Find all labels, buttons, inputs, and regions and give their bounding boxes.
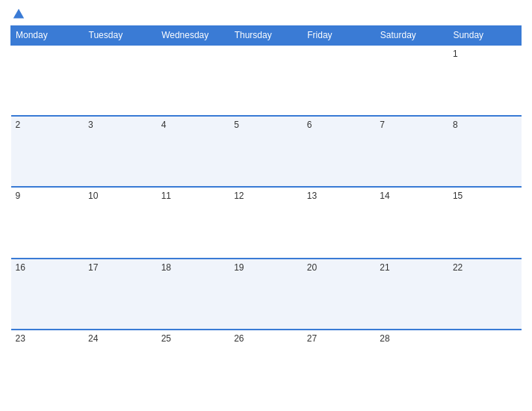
week-row: 2345678: [11, 116, 522, 187]
calendar-cell: 25: [157, 330, 230, 401]
week-row: 1: [11, 45, 522, 116]
day-number: 27: [307, 333, 317, 344]
day-number: 7: [380, 120, 385, 130]
day-number: 8: [453, 120, 458, 130]
day-number: 24: [88, 333, 98, 344]
calendar-cell: [375, 45, 448, 116]
logo-icon: [12, 7, 25, 21]
day-number: 3: [88, 120, 93, 130]
day-number: 5: [234, 120, 239, 130]
day-number: 6: [307, 120, 312, 130]
calendar-cell: 2: [11, 116, 84, 187]
day-header-monday: Monday: [11, 26, 84, 46]
calendar-cell: 21: [375, 259, 448, 330]
calendar-cell: 3: [84, 116, 157, 187]
day-header-wednesday: Wednesday: [157, 26, 230, 46]
calendar-cell: 10: [84, 187, 157, 258]
calendar-cell: 11: [157, 187, 230, 258]
day-number: 15: [453, 191, 463, 201]
calendar-cell: 7: [375, 116, 448, 187]
day-number: 20: [307, 262, 317, 273]
calendar-cell: [303, 45, 376, 116]
calendar-cell: 14: [375, 187, 448, 258]
calendar-cell: 28: [375, 330, 448, 401]
calendar-cell: [11, 45, 84, 116]
day-number: 1: [453, 49, 458, 59]
calendar-body: 1234567891011121314151617181920212223242…: [11, 45, 522, 401]
calendar-cell: [157, 45, 230, 116]
day-number: 16: [16, 262, 25, 273]
week-row: 232425262728: [11, 330, 522, 401]
day-number: 25: [161, 333, 171, 344]
calendar-cell: 12: [229, 187, 303, 258]
calendar-cell: 8: [448, 116, 522, 187]
day-header-sunday: Sunday: [448, 26, 522, 46]
day-number: 13: [307, 191, 317, 201]
week-row: 9101112131415: [11, 187, 522, 258]
day-number: 19: [234, 262, 244, 273]
calendar-table: MondayTuesdayWednesdayThursdayFridaySatu…: [10, 25, 522, 401]
day-number: 26: [234, 333, 244, 344]
logo: [10, 7, 25, 21]
calendar-header-row: MondayTuesdayWednesdayThursdayFridaySatu…: [11, 26, 522, 46]
day-number: 21: [380, 262, 389, 273]
day-number: 12: [234, 191, 244, 201]
day-number: 10: [88, 191, 98, 201]
day-number: 11: [161, 191, 171, 201]
day-header-friday: Friday: [303, 26, 376, 46]
day-number: 28: [380, 333, 389, 344]
calendar-cell: 15: [448, 187, 522, 258]
calendar-cell: 1: [448, 45, 522, 116]
day-header-saturday: Saturday: [375, 26, 448, 46]
calendar-cell: 6: [303, 116, 376, 187]
day-header-tuesday: Tuesday: [84, 26, 157, 46]
day-number: 17: [88, 262, 98, 273]
calendar-cell: 24: [84, 330, 157, 401]
calendar-cell: 26: [229, 330, 303, 401]
day-number: 2: [16, 120, 21, 130]
svg-marker-0: [13, 9, 24, 19]
day-number: 22: [453, 262, 463, 273]
calendar-cell: 4: [157, 116, 230, 187]
calendar-wrapper: MondayTuesdayWednesdayThursdayFridaySatu…: [0, 0, 532, 411]
calendar-cell: [84, 45, 157, 116]
day-number: 14: [380, 191, 389, 201]
calendar-cell: 5: [229, 116, 303, 187]
calendar-cell: 16: [11, 259, 84, 330]
calendar-cell: 17: [84, 259, 157, 330]
calendar-cell: 13: [303, 187, 376, 258]
day-number: 18: [161, 262, 171, 273]
day-number: 4: [161, 120, 167, 130]
day-number: 23: [16, 333, 25, 344]
day-header-thursday: Thursday: [229, 26, 303, 46]
calendar-cell: 27: [303, 330, 376, 401]
calendar-cell: 18: [157, 259, 230, 330]
week-row: 16171819202122: [11, 259, 522, 330]
day-number: 9: [16, 191, 21, 201]
calendar-cell: 23: [11, 330, 84, 401]
calendar-cell: [448, 330, 522, 401]
calendar-cell: 19: [229, 259, 303, 330]
calendar-cell: [229, 45, 303, 116]
calendar-cell: 22: [448, 259, 522, 330]
calendar-cell: 20: [303, 259, 376, 330]
calendar-cell: 9: [11, 187, 84, 258]
calendar-header: [10, 7, 522, 21]
